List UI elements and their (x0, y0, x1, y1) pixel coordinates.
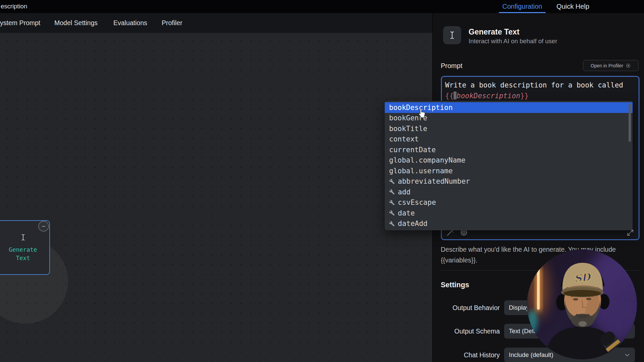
prompt-template-text: {{bookDescription}} (445, 91, 529, 101)
tab-description[interactable]: escription (1, 3, 27, 10)
settings-heading: Settings (441, 281, 469, 289)
active-tab-underline (499, 12, 546, 13)
mouse-cursor (417, 108, 427, 119)
autocomplete-item[interactable]: dateAdd (385, 219, 633, 229)
autocomplete-item[interactable]: csvEscape (385, 197, 633, 208)
webcam-video: SD (527, 249, 637, 359)
canvas[interactable] (0, 33, 432, 362)
tab-system-prompt[interactable]: ystem Prompt (0, 13, 40, 33)
autocomplete-item[interactable]: date (385, 208, 633, 219)
topbar: escription Configuration Quick Help (0, 0, 644, 13)
output-behavior-value: Display (509, 304, 529, 311)
autocomplete-item[interactable]: currentDate (385, 144, 633, 155)
prompt-text: Write a book description for a book call… (445, 80, 623, 90)
wrench-icon (389, 210, 395, 216)
chat-history-label: Chat History (441, 351, 500, 359)
profiler-icon (626, 63, 631, 68)
secondary-nav: ystem Prompt Model Settings Evaluations … (0, 13, 432, 33)
open-in-profiler-label: Open in Profiler (591, 63, 623, 68)
tab-quick-help-label: Quick Help (556, 3, 589, 10)
chat-history-value: Include (default) (509, 351, 553, 359)
autocomplete-item[interactable]: add (385, 187, 633, 197)
panel-title: Generate Text (469, 27, 520, 37)
generate-text-icon-box (443, 26, 461, 44)
wrench-icon (389, 189, 395, 195)
tab-configuration-label: Configuration (502, 3, 542, 10)
scrollbar-thumb[interactable] (629, 104, 631, 142)
open-in-profiler-button[interactable]: Open in Profiler (583, 60, 639, 71)
autocomplete-item[interactable]: abbreviatedNumber (385, 176, 633, 187)
cap-logo: SD (574, 271, 592, 284)
tab-quick-help[interactable]: Quick Help (553, 0, 592, 13)
output-schema-label: Output Schema (441, 327, 500, 335)
wrench-icon (389, 200, 395, 205)
node-label: Generate Text (9, 246, 37, 262)
output-behavior-label: Output Behavior (441, 304, 500, 312)
chevron-down-icon (624, 352, 630, 358)
tab-profiler[interactable]: Profiler (162, 13, 182, 33)
collapse-node-button[interactable]: − (38, 221, 49, 232)
tab-configuration[interactable]: Configuration (499, 0, 545, 13)
panel-subtitle: Interact with AI on behalf of user (469, 37, 557, 45)
tab-evaluations[interactable]: Evaluations (113, 13, 147, 33)
autocomplete-dropdown: bookDescription bookGenre bookTitle cont… (385, 101, 633, 230)
autocomplete-item[interactable]: bookTitle (385, 123, 633, 134)
wrench-icon (389, 179, 395, 184)
webcam-overlay: SD (527, 249, 637, 359)
wrench-icon (389, 221, 395, 227)
autocomplete-item[interactable]: context (385, 134, 633, 145)
text-cursor-icon (19, 232, 27, 242)
autocomplete-item[interactable]: global.username (385, 166, 633, 176)
text-caret (453, 92, 457, 100)
text-cursor-icon (447, 30, 457, 40)
autocomplete-item[interactable]: global.companyName (385, 155, 633, 166)
prompt-label: Prompt (441, 61, 462, 70)
tab-model-settings[interactable]: Model Settings (54, 13, 98, 33)
